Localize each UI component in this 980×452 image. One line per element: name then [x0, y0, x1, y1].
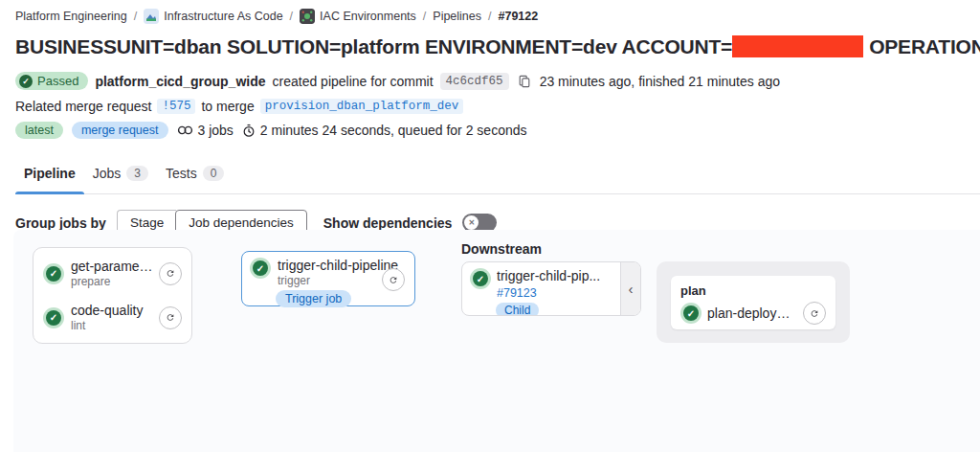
- pipeline-status-row: ✓ Passed platform_cicd_group_wide create…: [15, 72, 980, 90]
- breadcrumb: Platform Engineering / Infrastructure As…: [15, 9, 980, 24]
- status-badge[interactable]: ✓ Passed: [15, 72, 88, 90]
- collapse-downstream-button[interactable]: ‹: [620, 262, 640, 315]
- merge-request-badge: merge request: [72, 122, 168, 139]
- breadcrumb-group-link[interactable]: Platform Engineering: [15, 10, 127, 23]
- breadcrumb-project-link[interactable]: IAC Environments: [300, 9, 416, 24]
- retry-icon: [166, 267, 175, 280]
- trigger-job-badge: Trigger job: [276, 290, 351, 307]
- related-mr-middle: to merge: [201, 99, 254, 114]
- breadcrumb-separator: /: [290, 10, 293, 23]
- check-circle-icon: ✓: [19, 75, 33, 88]
- pipeline-author-link[interactable]: platform_cicd_group_wide: [95, 74, 265, 89]
- retry-icon: [166, 311, 175, 324]
- tab-jobs[interactable]: Jobs3: [84, 158, 157, 193]
- job-success-icon: ✓: [46, 310, 61, 326]
- environments-avatar-icon: [300, 9, 315, 24]
- related-mr-row: Related merge request !575 to merge prov…: [15, 99, 980, 114]
- latest-badge: latest: [15, 122, 63, 139]
- job-name: get-parameters: [71, 259, 153, 274]
- group-jobs-by-label: Group jobs by: [15, 215, 106, 231]
- infrastructure-avatar-icon: [144, 9, 159, 24]
- chevron-left-icon: ‹: [629, 281, 634, 297]
- job-name: plan-deployment: [707, 305, 798, 321]
- retry-icon: [389, 274, 398, 286]
- tests-count-pill: 0: [203, 166, 225, 181]
- retry-job-button[interactable]: [159, 306, 182, 329]
- child-stage-name: plan: [680, 283, 826, 298]
- pipeline-success-icon: ✓: [473, 271, 488, 286]
- jobs-count: 3 jobs: [177, 123, 234, 138]
- job-code-quality[interactable]: ✓ code-quality lint: [43, 303, 182, 332]
- redacted-account-value: [732, 35, 863, 57]
- job-name: trigger-child-pipeline: [278, 258, 398, 273]
- pipeline-tabs: Pipeline Jobs3 Tests0: [15, 158, 980, 194]
- downstream-pipeline-id-link[interactable]: #79123: [497, 286, 537, 300]
- commit-sha-link[interactable]: 4c6cdf65: [440, 73, 509, 90]
- job-get-parameters[interactable]: ✓ get-parameters prepare: [43, 259, 182, 288]
- retry-job-button[interactable]: [159, 262, 182, 285]
- breadcrumb-separator: /: [423, 10, 426, 23]
- toggle-off-x-icon: ✕: [464, 215, 479, 230]
- status-action-text: created pipeline for commit: [273, 74, 434, 89]
- show-dependencies-label: Show dependencies: [323, 215, 453, 231]
- retry-job-button[interactable]: [803, 302, 826, 325]
- copy-commit-sha-button[interactable]: [516, 75, 533, 88]
- job-trigger-child-pipeline-card[interactable]: ✓ trigger-child-pipeline trigger Trigger…: [241, 251, 415, 306]
- tab-pipeline[interactable]: Pipeline: [15, 158, 84, 193]
- retry-icon: [810, 307, 819, 320]
- breadcrumb-separator: /: [488, 10, 491, 23]
- pipeline-duration: 2 minutes 24 seconds, queued for 2 secon…: [242, 123, 527, 138]
- jobs-count-pill: 3: [126, 166, 148, 181]
- job-name: code-quality: [71, 303, 144, 318]
- job-success-icon: ✓: [683, 305, 699, 321]
- job-stage-label: trigger: [278, 274, 398, 287]
- timer-icon: [242, 124, 256, 138]
- pipeline-graph: ✓ get-parameters prepare ✓ code-quality …: [13, 230, 980, 452]
- pipeline-timing-text: 23 minutes ago, finished 21 minutes ago: [540, 74, 780, 89]
- breadcrumb-pipeline-id: #79122: [499, 10, 539, 23]
- child-pipeline-panel: plan ✓ plan-deployment: [657, 261, 850, 343]
- copy-icon: [518, 75, 531, 88]
- mr-ref-link[interactable]: !575: [157, 99, 195, 114]
- downstream-pipeline-name: trigger-child-pip...: [497, 268, 600, 283]
- source-branch-link[interactable]: provision_dban_platform_dev: [260, 99, 464, 114]
- page-title: BUSINESSUNIT=dban SOLUTION=platform ENVI…: [15, 35, 980, 58]
- breadcrumb-separator: /: [134, 10, 137, 23]
- job-success-icon: ✓: [46, 266, 61, 282]
- pipeline-meta-row: latest merge request 3 jobs 2 minutes 24…: [15, 122, 980, 139]
- job-success-icon: ✓: [253, 260, 268, 276]
- job-plan-deployment[interactable]: ✓ plan-deployment: [680, 302, 826, 325]
- breadcrumb-subgroup-link[interactable]: Infrastructure As Code: [144, 9, 282, 24]
- breadcrumb-pipelines-link[interactable]: Pipelines: [433, 10, 481, 23]
- child-stage-card: plan ✓ plan-deployment: [671, 276, 835, 329]
- downstream-pipeline-card[interactable]: ✓ trigger-child-pip... #79123 Child ‹: [461, 261, 641, 316]
- related-mr-prefix: Related merge request: [15, 99, 151, 114]
- tab-tests[interactable]: Tests0: [157, 158, 233, 193]
- downstream-section-label: Downstream: [461, 241, 542, 257]
- job-stage-label: prepare: [71, 275, 153, 288]
- stage-group-card: ✓ get-parameters prepare ✓ code-quality …: [33, 247, 192, 344]
- child-pipeline-badge: Child: [496, 303, 539, 316]
- links-icon: [177, 124, 193, 137]
- job-stage-label: lint: [71, 319, 144, 332]
- retry-job-button[interactable]: [382, 268, 405, 291]
